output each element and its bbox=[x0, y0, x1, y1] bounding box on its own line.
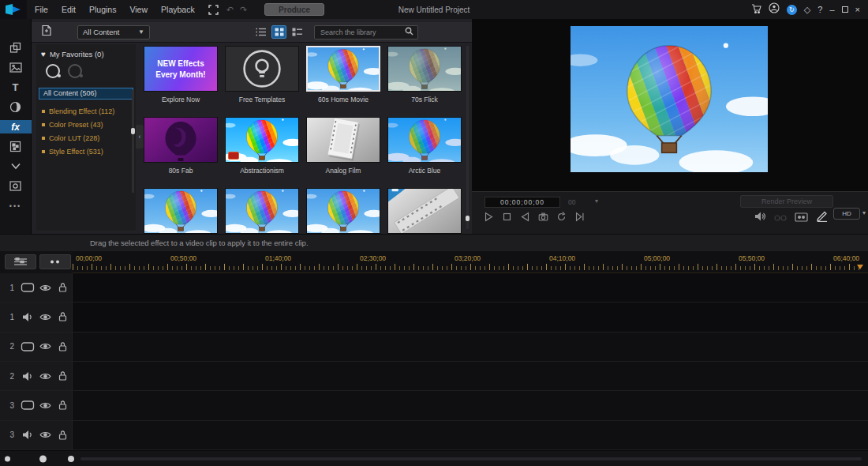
library-item-80s-fab[interactable]: 80s Fab bbox=[144, 117, 218, 188]
library-item-60s-home-movie[interactable]: 60s Home Movie bbox=[306, 46, 380, 117]
library-item-arctic-blue[interactable]: Arctic Blue bbox=[387, 117, 462, 188]
tree-collapse-button[interactable]: ‹ bbox=[136, 125, 144, 148]
search-icon[interactable] bbox=[405, 27, 413, 37]
sync-badge-icon[interactable]: ↻ bbox=[787, 5, 797, 15]
close-button[interactable]: × bbox=[855, 6, 860, 14]
transition-room-icon[interactable] bbox=[0, 100, 32, 114]
snapshot-button[interactable] bbox=[537, 211, 549, 223]
timecode-display[interactable]: 00;00;00;00 bbox=[485, 197, 560, 208]
zoom-slider-handle[interactable] bbox=[39, 455, 47, 462]
eye-icon[interactable] bbox=[36, 313, 54, 321]
tree-item-all-content[interactable]: All Content (506) bbox=[39, 88, 133, 100]
import-media-icon[interactable] bbox=[41, 24, 52, 39]
dual-preview-icon[interactable] bbox=[795, 211, 808, 225]
loop-button[interactable] bbox=[556, 211, 567, 223]
app-logo-icon[interactable] bbox=[0, 0, 27, 19]
menu-file[interactable]: File bbox=[35, 5, 48, 14]
eye-icon[interactable] bbox=[36, 342, 54, 351]
minimize-button[interactable]: – bbox=[829, 6, 834, 14]
timeline-view-button[interactable] bbox=[39, 254, 71, 269]
zoom-in-handle[interactable] bbox=[68, 456, 74, 462]
particle-room-icon[interactable] bbox=[0, 140, 32, 153]
library-item-explore-now[interactable]: NEW EffectsEvery Month! Explore Now bbox=[144, 46, 218, 117]
tree-item-color-lut[interactable]: Color LUT (228) bbox=[36, 131, 136, 145]
tree-item-favorites[interactable]: ♥ My Favorites (0) bbox=[36, 48, 136, 59]
tree-item-blending-effect[interactable]: Blending Effect (112) bbox=[36, 104, 136, 118]
premium-diamond-icon[interactable]: ◇ bbox=[804, 6, 810, 14]
lock-icon[interactable] bbox=[54, 400, 71, 411]
lock-icon[interactable] bbox=[54, 430, 71, 441]
undo-icon[interactable]: ↶ bbox=[226, 5, 234, 15]
library-item-70s-flick[interactable]: 70s Flick bbox=[387, 46, 462, 117]
lock-icon[interactable] bbox=[54, 311, 71, 322]
track-lane[interactable] bbox=[73, 421, 868, 449]
tree-item-color-preset[interactable]: Color Preset (43) bbox=[36, 118, 136, 131]
library-item-partial[interactable] bbox=[144, 188, 218, 234]
next-frame-button[interactable] bbox=[574, 211, 586, 223]
tree-scrollbar[interactable] bbox=[132, 90, 134, 193]
menu-view[interactable]: View bbox=[129, 5, 148, 14]
eye-icon[interactable] bbox=[36, 430, 54, 439]
search-input[interactable] bbox=[319, 28, 405, 37]
menu-plugins[interactable]: Plugins bbox=[89, 5, 116, 14]
content-filter-dropdown[interactable]: All Content ▼ bbox=[77, 25, 150, 39]
track-lane[interactable] bbox=[73, 333, 868, 361]
fullscreen-icon[interactable] bbox=[208, 5, 219, 15]
pip-objects-room-icon[interactable] bbox=[0, 61, 32, 74]
zoom-out-handle[interactable] bbox=[5, 456, 10, 461]
stop-button[interactable] bbox=[501, 211, 513, 223]
menu-edit[interactable]: Edit bbox=[62, 5, 76, 14]
title-room-icon[interactable]: T bbox=[0, 81, 32, 94]
lock-icon[interactable] bbox=[54, 370, 71, 381]
grid-view-icon[interactable] bbox=[271, 25, 286, 39]
grid-scrollbar[interactable] bbox=[466, 46, 469, 229]
library-item-partial[interactable] bbox=[306, 188, 380, 234]
restore-button[interactable] bbox=[842, 6, 848, 13]
eye-icon[interactable] bbox=[36, 284, 54, 292]
cart-icon[interactable] bbox=[751, 2, 761, 17]
track-lane[interactable] bbox=[73, 362, 868, 390]
chevron-down-icon[interactable] bbox=[0, 160, 32, 173]
library-item-abstractionism[interactable]: Abstractionism bbox=[225, 117, 299, 188]
detail-view-icon[interactable] bbox=[290, 25, 305, 39]
mask-room-icon[interactable] bbox=[0, 179, 32, 193]
track-lane[interactable] bbox=[73, 391, 868, 419]
lock-icon[interactable] bbox=[54, 341, 71, 352]
tree-item-style-effect[interactable]: Style Effect (531) bbox=[36, 145, 136, 158]
menu-playback[interactable]: Playback bbox=[161, 5, 195, 14]
help-button[interactable]: ? bbox=[817, 6, 822, 14]
preview-video[interactable] bbox=[571, 26, 768, 172]
eye-icon[interactable] bbox=[36, 401, 54, 410]
timeline-horizontal-scrollbar[interactable] bbox=[80, 457, 862, 460]
effect-room-icon[interactable]: fx bbox=[0, 120, 32, 133]
timeline-end-marker-icon[interactable] bbox=[857, 265, 863, 269]
track-manager-button[interactable] bbox=[5, 254, 36, 269]
grid-scroll-handle[interactable] bbox=[466, 216, 470, 221]
produce-button[interactable]: Produce bbox=[264, 3, 324, 16]
more-rooms-icon[interactable]: ••• bbox=[0, 199, 32, 212]
render-preview-button[interactable]: Render Preview bbox=[740, 195, 833, 208]
preview-quality-selector[interactable]: HD bbox=[833, 208, 860, 220]
edit-pen-icon[interactable] bbox=[816, 211, 828, 225]
3d-mode-icon[interactable] bbox=[774, 211, 787, 225]
track-lane[interactable] bbox=[73, 273, 868, 302]
tree-scroll-handle[interactable] bbox=[131, 128, 135, 134]
quality-caret-icon[interactable]: ▾ bbox=[862, 209, 866, 216]
previous-frame-button[interactable] bbox=[519, 211, 531, 223]
timecode-caret-icon[interactable]: ▾ bbox=[595, 197, 598, 205]
timeline-ruler[interactable]: 00;00;00 00;50;00 01;40;00 02;30;00 03;2… bbox=[73, 251, 868, 273]
library-item-partial[interactable] bbox=[225, 188, 299, 234]
volume-icon[interactable] bbox=[754, 211, 766, 225]
library-search[interactable] bbox=[314, 25, 418, 39]
lock-icon[interactable] bbox=[54, 282, 71, 293]
library-item-free-templates[interactable]: Free Templates bbox=[225, 46, 299, 117]
library-item-analog-film[interactable]: Analog Film bbox=[306, 117, 380, 188]
media-room-icon[interactable] bbox=[0, 41, 32, 54]
list-view-icon[interactable] bbox=[253, 25, 268, 39]
play-button[interactable] bbox=[483, 211, 495, 223]
redo-icon[interactable]: ↷ bbox=[240, 5, 247, 15]
member-zone-icon[interactable] bbox=[769, 2, 780, 17]
library-item-partial[interactable] bbox=[387, 188, 462, 234]
eye-icon[interactable] bbox=[36, 372, 54, 381]
track-lane[interactable] bbox=[73, 303, 868, 331]
